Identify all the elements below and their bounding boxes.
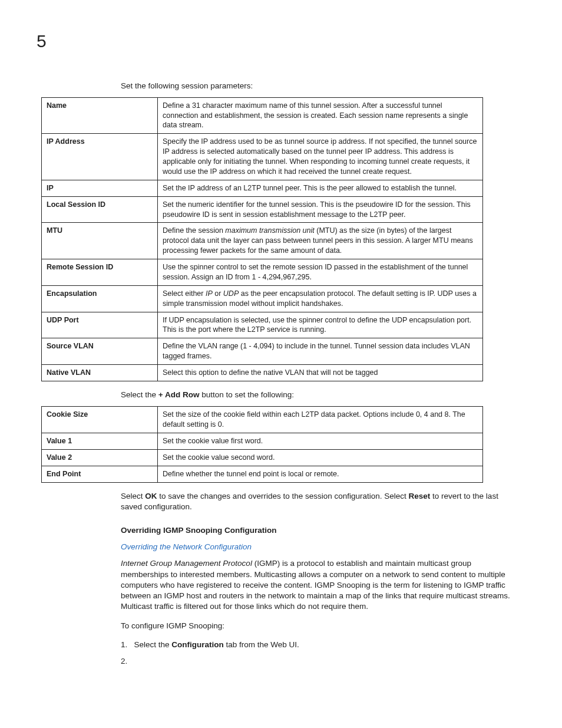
ok-reset-paragraph: Select OK to save the changes and overri…	[121, 491, 521, 512]
table-row: Remote Session IDUse the spinner control…	[42, 259, 483, 286]
section-heading-igmp: Overriding IGMP Snooping Configuration	[121, 525, 521, 536]
table-row: Cookie SizeSet the size of the cookie fi…	[42, 407, 483, 433]
table-row: UDP PortIf UDP encapsulation is selected…	[42, 312, 483, 338]
list-item: 2.	[121, 656, 521, 667]
main-content: Set the following session parameters: Na…	[121, 81, 521, 667]
table-row: Value 2Set the cookie value second word.	[42, 449, 483, 466]
table-row: IPSet the IP address of an L2TP tunnel p…	[42, 180, 483, 196]
list-item: 1. Select the Configuration tab from the…	[121, 640, 521, 650]
table-row: Source VLANDefine the VLAN range (1 - 4,…	[42, 338, 483, 365]
link-override-network[interactable]: Overriding the Network Configuration	[121, 542, 521, 552]
igmp-paragraph: Internet Group Management Protocol (IGMP…	[121, 558, 521, 612]
steps-list: 1. Select the Configuration tab from the…	[121, 640, 521, 667]
table-row: IP AddressSpecify the IP address used to…	[42, 134, 483, 180]
table-row: Value 1Set the cookie value first word.	[42, 433, 483, 449]
intro-add-row: Select the + Add Row button to set the f…	[121, 390, 521, 400]
session-params-table: NameDefine a 31 character maximum name o…	[41, 97, 483, 381]
table-row: NameDefine a 31 character maximum name o…	[42, 97, 483, 134]
intro-session-params: Set the following session parameters:	[121, 81, 521, 91]
table-row: Local Session IDSet the numeric identifi…	[42, 196, 483, 223]
to-configure: To configure IGMP Snooping:	[121, 621, 521, 631]
chapter-number: 5	[37, 29, 521, 54]
table-row: Native VLANSelect this option to define …	[42, 365, 483, 381]
add-row-table: Cookie SizeSet the size of the cookie fi…	[41, 406, 483, 482]
table-row: EncapsulationSelect either IP or UDP as …	[42, 285, 483, 312]
table-row: End PointDefine whether the tunnel end p…	[42, 466, 483, 482]
table-row: MTUDefine the session maximum transmissi…	[42, 223, 483, 259]
